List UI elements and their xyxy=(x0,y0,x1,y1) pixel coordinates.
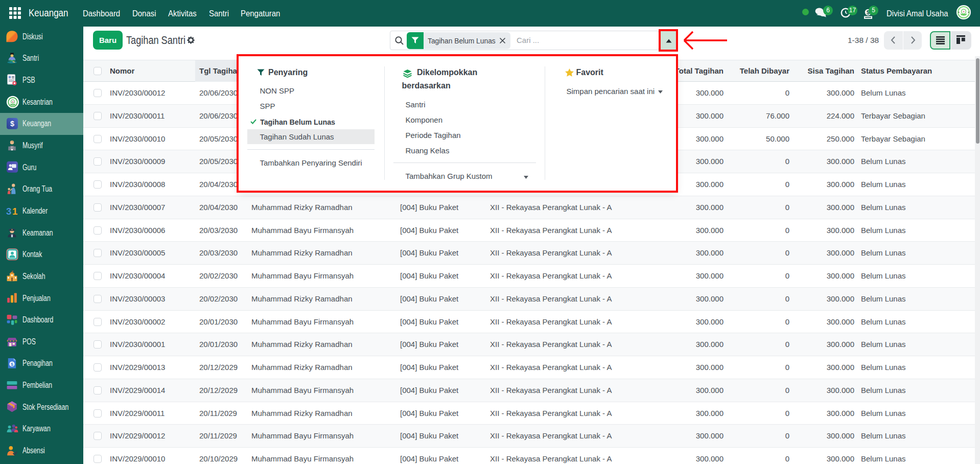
svg-text:3: 3 xyxy=(6,206,11,217)
svg-text:1: 1 xyxy=(12,206,17,217)
svg-text:$: $ xyxy=(10,120,14,128)
svg-text:$: $ xyxy=(11,362,14,367)
